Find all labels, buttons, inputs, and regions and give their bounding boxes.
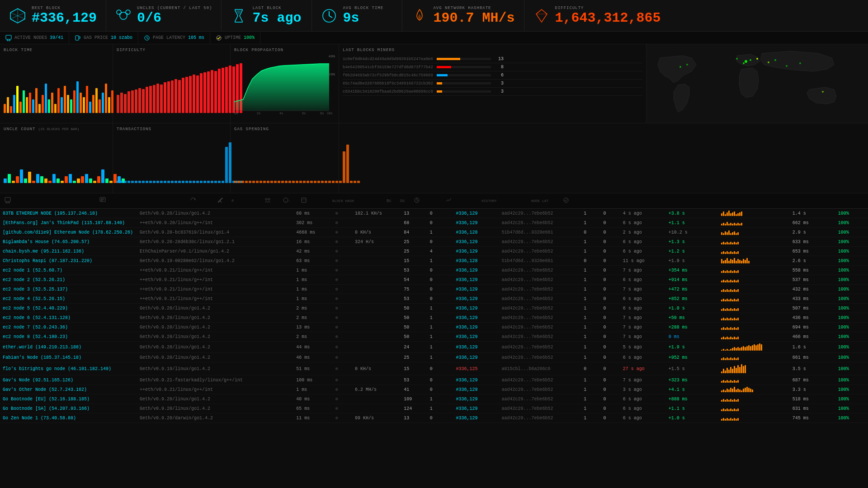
stat-best-block: BEST BLOCK #336,129 [0, 0, 106, 31]
block-time-bar [108, 97, 110, 113]
svg-text:...: ... [285, 198, 291, 202]
block-time-bar [42, 95, 44, 113]
node-name: Christophs Raspi (87.187.231.220) [0, 256, 137, 266]
hashrate [352, 332, 401, 342]
block-number: #336,125 [453, 362, 499, 375]
svg-text:8s: 8s [320, 112, 324, 115]
block-hash: aad42c29...7ebe6b52 [499, 413, 581, 423]
active-nodes-label: ACTIVE NODES [14, 35, 47, 40]
avg-block-time-label: AVG BLOCK TIME [343, 6, 383, 10]
uncle-count-cell: 0 [601, 304, 620, 313]
node-latency-val: 745 ms [790, 413, 835, 423]
peers: 53 [401, 266, 427, 275]
node-type: ++eth/v0.9.21/linux/g++/int [137, 294, 293, 304]
history-bars [718, 275, 790, 285]
hashrate: 0 KH/s [352, 228, 401, 237]
difficulty-bar [117, 95, 119, 113]
hashrate [352, 304, 401, 313]
propagation-time: +1.2 s [666, 247, 718, 256]
svg-point-39 [786, 65, 788, 67]
transactions-title: TRANSACTIONS [117, 127, 226, 131]
node-name: ec2 node 4 (52.5.26.15) [0, 294, 137, 304]
gas-price-value: 10 szabo [111, 35, 132, 40]
svg-point-32 [756, 58, 758, 60]
svg-rect-14 [6, 35, 11, 39]
miner-row: 1c0ef0d04dcd24d49a9d9d99391b5247ea0e6936… [343, 55, 642, 63]
uncles-value: 0/6 [137, 10, 161, 26]
tx-bar [185, 181, 188, 183]
node-latency-val: 537 ms [790, 275, 835, 285]
last-block-time: 6 s ago [620, 304, 666, 313]
uptime-pct: 100% [835, 342, 868, 353]
block-hash: aad42c29...7ebe6b52 [499, 294, 581, 304]
block-number: #336,129 [453, 342, 499, 353]
charts-row-1: BLOCK TIME DIFFICULTY BLOCK PROPAGATION … [0, 44, 868, 123]
block-time-bar [16, 86, 19, 113]
table-row: flo's bitrights go node (46.101.182.149)… [0, 362, 868, 375]
block-time-bar [13, 95, 15, 113]
gas-bar [241, 181, 244, 183]
node-latency: 1 ms [293, 385, 333, 394]
uncle-bar [52, 174, 56, 183]
last-block-label: LAST BLOCK [252, 6, 301, 10]
table-row: Go Bootnode [EU] (52.16.188.185) Geth/v0… [0, 394, 868, 404]
hashrate [352, 218, 401, 228]
propagation-time: +354 ms [666, 266, 718, 275]
mining-indicator: ⊗ [333, 385, 352, 394]
block-count: 1 [581, 404, 600, 413]
uncle-count-cell: 0 [601, 342, 620, 353]
avg-block-time-value: 9s [343, 10, 359, 26]
tx-bar [164, 181, 166, 183]
peers: 15 [401, 256, 427, 266]
block-time-bar [89, 102, 91, 113]
mining-indicator: ⊗ [333, 275, 352, 285]
peers: 124 [401, 404, 427, 413]
gas-price-label: GAS PRICE [84, 35, 108, 40]
uptime-pct: 100% [835, 256, 868, 266]
node-latency: 63 ms [293, 256, 333, 266]
gas-bar [270, 181, 273, 183]
node-type: ++eth/v0.9.21/linux/g++/int [137, 266, 293, 275]
history-bars [718, 375, 790, 385]
difficulty-bar [175, 79, 177, 113]
pending: 1 [427, 323, 453, 332]
history-bars [718, 294, 790, 304]
difficulty-bar [222, 68, 224, 113]
lastblock-col-icon [414, 197, 420, 203]
block-count: 1 [581, 394, 600, 404]
uncle-count-cell: 0 [601, 404, 620, 413]
uncle-bar [44, 178, 47, 183]
block-hash: aad42c29...7ebe6b52 [499, 375, 581, 385]
block-time-bar [7, 97, 9, 113]
gas-bar [285, 181, 288, 183]
table-container[interactable]: 83TB ETHEREUM NODE (195.137.246.10) Geth… [0, 209, 868, 488]
miner-bar [437, 74, 491, 76]
history-bars [718, 323, 790, 332]
block-time-bar [23, 90, 25, 113]
uncle-count-panel: UNCLE COUNT (25 BLOCKS PER BAR) [0, 123, 113, 193]
block-count: 1 [581, 385, 600, 394]
gas-bar [238, 181, 241, 183]
tx-bar [167, 181, 170, 183]
node-latency: 2 ms [293, 313, 333, 323]
miner-row: 65c74ad8e320760bb18f6c3499166722cb30240d… [343, 80, 642, 88]
last-blocks-miners-title: LAST BLOCKS MINERS [343, 48, 642, 52]
uncle-count-cell: 0 [601, 375, 620, 385]
tx-bar [153, 181, 156, 183]
uptime-pct: 100% [835, 362, 868, 375]
tx-bar [124, 181, 127, 183]
status-page-latency: PAGE LATENCY 105 ms [138, 32, 210, 44]
table-row: ec2 node 8 (52.4.180.23) Geth/v0.9.20/li… [0, 332, 868, 342]
miner-count: 6 [495, 73, 504, 78]
last-block-time: 7 s ago [620, 313, 666, 323]
gas-bar [357, 181, 360, 183]
difficulty-bar [203, 72, 206, 113]
miner-hash: f052d4693ab72cf529bfb8cd015c46c759669910 [343, 73, 433, 78]
node-latency: 16 ms [293, 237, 333, 247]
block-time-bar [99, 99, 101, 113]
history-bars [718, 209, 790, 218]
uncle-bar [77, 178, 80, 183]
last-block-time: 7 s ago [620, 375, 666, 385]
uptime-label: UPTIME [225, 35, 241, 40]
block-number: #336,129 [453, 404, 499, 413]
